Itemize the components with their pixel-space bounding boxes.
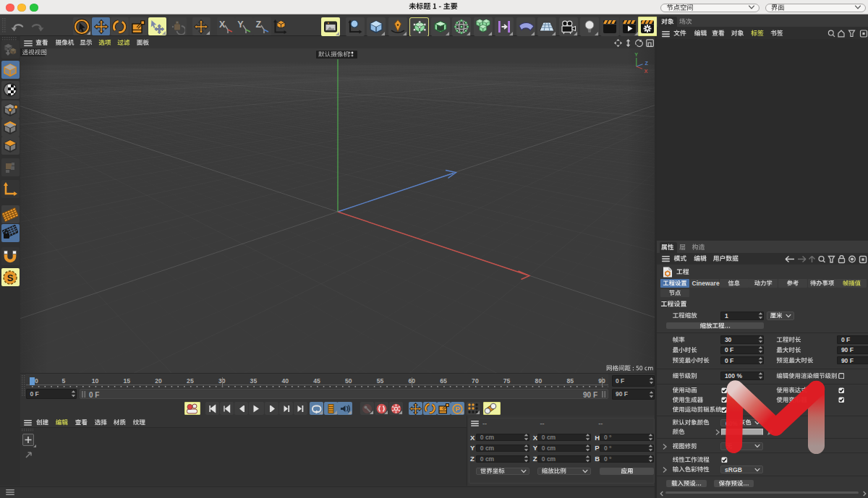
svg-text:Y: Y	[634, 51, 638, 58]
svg-text:X: X	[644, 68, 648, 74]
svg-text:S: S	[7, 272, 14, 283]
svg-text:P: P	[455, 405, 460, 413]
svg-text:Z: Z	[645, 60, 649, 66]
